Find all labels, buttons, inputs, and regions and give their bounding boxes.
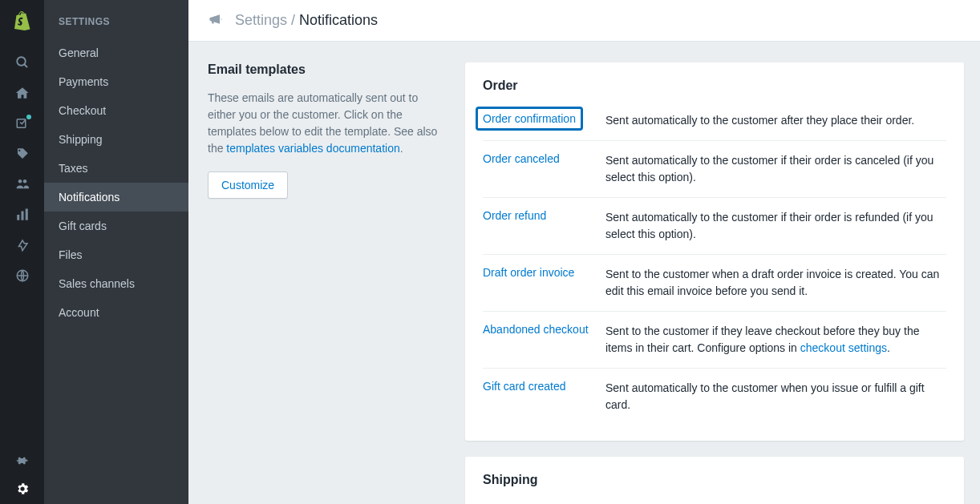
template-link-order-confirmation[interactable]: Order confirmation	[476, 107, 583, 131]
checkout-settings-link[interactable]: checkout settings	[800, 341, 887, 354]
svg-rect-7	[25, 209, 27, 220]
template-link-order-refund[interactable]: Order refund	[483, 209, 546, 222]
template-row: Abandoned checkoutSent to the customer i…	[483, 311, 946, 368]
sidebar-heading: SETTINGS	[44, 11, 188, 38]
sidebar-item-checkout[interactable]: Checkout	[44, 96, 188, 125]
home-icon[interactable]	[0, 78, 44, 108]
discounts-icon[interactable]	[0, 230, 44, 260]
page-content: Email templates These emails are automat…	[188, 42, 980, 504]
card-shipping: ShippingFulfillment requestSent automati…	[465, 457, 964, 504]
template-row: Gift card createdSent automatically to t…	[483, 368, 946, 425]
template-row: Draft order invoiceSent to the customer …	[483, 254, 946, 311]
template-description: Sent automatically to the customer if th…	[605, 152, 946, 186]
sidebar-item-notifications[interactable]: Notifications	[44, 183, 188, 212]
notification-dot	[26, 115, 31, 119]
apps-icon[interactable]	[0, 443, 44, 474]
customize-button[interactable]: Customize	[208, 171, 288, 199]
template-link-draft-order-invoice[interactable]: Draft order invoice	[483, 266, 574, 279]
template-row: Order confirmationSent automatically to …	[483, 107, 946, 140]
right-column: OrderOrder confirmationSent automaticall…	[465, 62, 964, 504]
card-title: Shipping	[483, 473, 946, 487]
template-row: Order refundSent automatically to the cu…	[483, 197, 946, 254]
template-link-gift-card-created[interactable]: Gift card created	[483, 380, 566, 393]
sidebar-item-taxes[interactable]: Taxes	[44, 154, 188, 183]
svg-rect-6	[21, 212, 23, 220]
breadcrumb-parent[interactable]: Settings	[235, 12, 287, 28]
template-variables-link[interactable]: templates variables documentation	[226, 142, 399, 155]
template-description: Sent automatically to the customer after…	[605, 112, 914, 129]
svg-point-0	[17, 57, 26, 66]
template-description: Sent to the customer when a draft order …	[605, 266, 946, 300]
svg-rect-5	[17, 215, 19, 220]
section-description: These emails are automatically sent out …	[208, 90, 449, 157]
svg-point-3	[18, 179, 22, 183]
settings-sidebar: SETTINGS GeneralPaymentsCheckoutShipping…	[44, 0, 188, 504]
products-icon[interactable]	[0, 139, 44, 169]
template-link-abandoned-checkout[interactable]: Abandoned checkout	[483, 323, 589, 336]
left-column: Email templates These emails are automat…	[205, 62, 449, 504]
sidebar-item-gift-cards[interactable]: Gift cards	[44, 212, 188, 240]
customers-icon[interactable]	[0, 169, 44, 200]
breadcrumb: Settings / Notifications	[235, 12, 378, 29]
sidebar-item-files[interactable]: Files	[44, 240, 188, 269]
sidebar-item-account[interactable]: Account	[44, 298, 188, 327]
icon-rail	[0, 0, 44, 504]
svg-line-1	[24, 64, 27, 67]
settings-icon[interactable]	[0, 474, 44, 504]
announcement-icon[interactable]	[208, 11, 224, 30]
sidebar-item-sales-channels[interactable]: Sales channels	[44, 269, 188, 298]
section-heading: Email templates	[208, 62, 449, 77]
shopify-logo[interactable]	[14, 11, 31, 33]
orders-icon[interactable]	[0, 108, 44, 139]
template-description: Sent automatically to the customer when …	[605, 380, 946, 413]
main-area: Settings / Notifications Email templates…	[188, 0, 980, 504]
breadcrumb-current: Notifications	[299, 12, 378, 28]
template-description: Sent to the customer if they leave check…	[605, 323, 946, 357]
online-store-icon[interactable]	[0, 260, 44, 291]
card-order: OrderOrder confirmationSent automaticall…	[465, 62, 964, 441]
sidebar-item-payments[interactable]: Payments	[44, 67, 188, 96]
search-icon[interactable]	[0, 47, 44, 78]
sidebar-item-general[interactable]: General	[44, 38, 188, 67]
analytics-icon[interactable]	[0, 200, 44, 230]
template-row: Order canceledSent automatically to the …	[483, 140, 946, 197]
card-title: Order	[483, 79, 946, 93]
template-description: Sent automatically to the customer if th…	[605, 209, 946, 243]
template-link-order-canceled[interactable]: Order canceled	[483, 152, 560, 165]
topbar: Settings / Notifications	[188, 0, 980, 42]
svg-point-4	[22, 179, 26, 183]
sidebar-item-shipping[interactable]: Shipping	[44, 125, 188, 154]
